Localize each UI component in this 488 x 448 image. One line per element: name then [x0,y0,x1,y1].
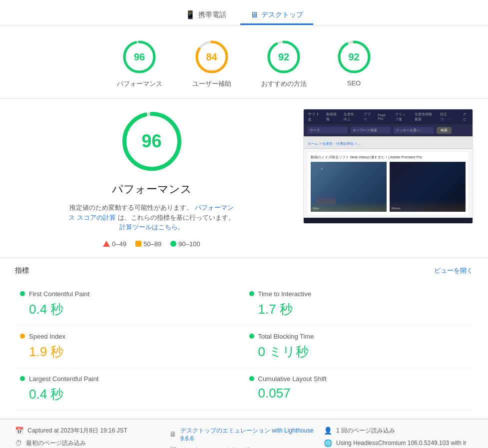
metric-lcp: Largest Contentful Paint 0.4 秒 [15,368,244,411]
legend-poor-label: 0–49 [112,240,126,248]
score-label-seo: SEO [347,79,361,87]
metric-tbt-name: Total Blocking Time [258,333,314,340]
square-icon [135,241,141,247]
metrics-title: 指標 [15,266,29,275]
signal-icon: 📡 [169,446,178,448]
legend-needs-improvement: 50–89 [135,240,161,248]
footer-browser: 🌐 Using HeadlessChromium 106.0.5249.103 … [324,439,473,447]
perf-desc-text2: は、これらの指標を基に行っています。 [118,214,235,221]
performance-title: パフォーマンス [112,182,192,197]
metric-tti-value: 1.7 秒 [249,301,469,318]
footer-emulation-link[interactable]: デスクトップのエミュレーション with Lighthouse 9.6.6 [180,427,319,442]
footer-browser-text: Using HeadlessChromium 106.0.5249.103 wi… [336,440,467,447]
footer-throttling-text: カスタム スロットリング [182,446,249,448]
metric-si-value: 1.9 秒 [20,343,239,361]
metric-si-header: Speed Index [20,333,239,340]
footer-col-2: 🖥 デスクトップのエミュレーション with Lighthouse 9.6.6 … [169,427,319,448]
tab-desktop[interactable]: 🖥 デスクトップ [240,6,313,25]
metric-lcp-dot [20,376,25,381]
score-circle-best-practices: 92 [266,39,301,74]
score-value-performance: 96 [134,51,145,63]
dot-icon [170,241,176,247]
big-score-value: 96 [141,131,161,152]
footer-page-loads-text: 1 回のページ読み込み [336,427,395,435]
metric-tti-name: Time to Interactive [258,290,311,298]
score-value-accessibility: 84 [206,51,217,63]
view-link[interactable]: ビューを開く [434,266,473,275]
footer-page-loads: 👤 1 回のページ読み込み [324,427,473,435]
metric-fcp: First Contentful Paint 0.4 秒 [15,283,244,326]
tab-mobile[interactable]: 📱 携帯電話 [175,6,236,25]
score-circle-seo: 92 [337,39,372,74]
metric-fcp-dot [20,291,25,296]
score-best-practices: 92 おすすめの方法 [261,39,307,88]
footer-section: 📅 Captured at 2023年1月8日 19:16 JST ⏱ 最初のペ… [0,419,488,448]
metric-tti-header: Time to Interactive [249,290,469,298]
tab-mobile-label: 携帯電話 [198,10,226,19]
score-value-best-practices: 92 [278,51,289,63]
metric-fcp-header: First Contentful Paint [20,290,239,298]
performance-description: 推定値のため変動する可能性があります。 パフォーマンス スコアの計算 は、これら… [67,203,237,232]
score-value-seo: 92 [348,51,359,63]
score-label-accessibility: ユーザー補助 [192,79,231,88]
calendar-icon: 📅 [15,427,23,435]
score-label-performance: パフォーマンス [117,79,162,88]
desktop-icon: 🖥 [250,10,258,19]
footer-col-3: 👤 1 回のページ読み込み 🌐 Using HeadlessChromium 1… [324,427,473,448]
footer-captured-at-text: Captured at 2023年1月8日 19:16 JST [27,427,127,435]
metric-cls-value: 0.057 [249,386,469,401]
metric-cls-name: Cumulative Layout Shift [258,375,327,383]
metric-si: Speed Index 1.9 秒 [15,326,244,368]
globe-icon: 🌐 [324,439,332,447]
perf-desc-text1: 推定値のため変動する可能性があります。 [69,204,193,211]
metrics-section: 指標 ビューを開く First Contentful Paint 0.4 秒 T… [0,258,488,419]
metric-tbt-value: 0 ミリ秒 [249,343,469,361]
metric-cls-header: Cumulative Layout Shift [249,375,469,383]
page-screenshot: サイト名 動画情報 生産性向上 アプリ Final Pro クリップ速 生産性情… [303,109,473,224]
score-circle-performance: 96 [122,39,157,74]
score-accessibility: 84 ユーザー補助 [192,39,231,88]
score-seo: 92 SEO [337,39,372,88]
performance-panel: 96 パフォーマンス 推定値のため変動する可能性があります。 パフォーマンス ス… [15,109,288,248]
user-icon: 👤 [324,427,332,435]
footer-emulation: 🖥 デスクトップのエミュレーション with Lighthouse 9.6.6 [169,427,319,442]
footer-col-1: 📅 Captured at 2023年1月8日 19:16 JST ⏱ 最初のペ… [15,427,164,448]
monitor-icon: 🖥 [169,430,176,438]
main-content: 96 パフォーマンス 推定値のため変動する可能性があります。 パフォーマンス ス… [0,99,488,258]
metric-tbt-dot [249,334,254,339]
footer-first-load: ⏱ 最初のページ読み込み [15,439,164,448]
metric-cls-dot [249,376,254,381]
metric-si-name: Speed Index [29,333,65,340]
clock-icon: ⏱ [15,439,22,447]
screenshot-inner: サイト名 動画情報 生産性向上 アプリ Final Pro クリップ速 生産性情… [304,109,473,223]
metric-cls: Cumulative Layout Shift 0.057 [244,368,474,411]
footer-captured-at: 📅 Captured at 2023年1月8日 19:16 JST [15,427,164,435]
metric-tbt: Total Blocking Time 0 ミリ秒 [244,326,474,368]
big-score-circle: 96 [119,109,184,174]
score-circle-accessibility: 84 [194,39,229,74]
legend-needs-improvement-label: 50–89 [143,240,161,248]
metric-tti: Time to Interactive 1.7 秒 [244,283,474,326]
metrics-header: 指標 ビューを開く [15,266,473,275]
mobile-icon: 📱 [185,10,195,19]
legend-poor: 0–49 [103,240,126,248]
footer-first-load-text: 最初のページ読み込み [26,439,86,448]
scores-section: 96 パフォーマンス 84 ユーザー補助 92 おすすめの方法 [0,25,488,99]
score-label-best-practices: おすすめの方法 [261,79,307,88]
metric-si-dot [20,334,25,339]
tab-bar: 📱 携帯電話 🖥 デスクトップ [0,0,488,25]
legend-good-label: 90–100 [178,240,200,248]
metric-tti-dot [249,291,254,296]
metric-tbt-header: Total Blocking Time [249,333,469,340]
legend-good: 90–100 [170,240,200,248]
footer-throttling: 📡 カスタム スロットリング [169,446,319,448]
perf-link2[interactable]: 計算ツールはこちら。 [119,223,184,231]
score-legend: 0–49 50–89 90–100 [103,240,200,248]
metrics-grid: First Contentful Paint 0.4 秒 Time to Int… [15,283,473,411]
score-performance: 96 パフォーマンス [117,39,162,88]
triangle-icon [103,241,110,247]
metric-lcp-value: 0.4 秒 [20,386,239,403]
metric-fcp-name: First Contentful Paint [29,290,89,298]
metric-fcp-value: 0.4 秒 [20,301,239,318]
metric-lcp-name: Largest Contentful Paint [29,375,98,383]
